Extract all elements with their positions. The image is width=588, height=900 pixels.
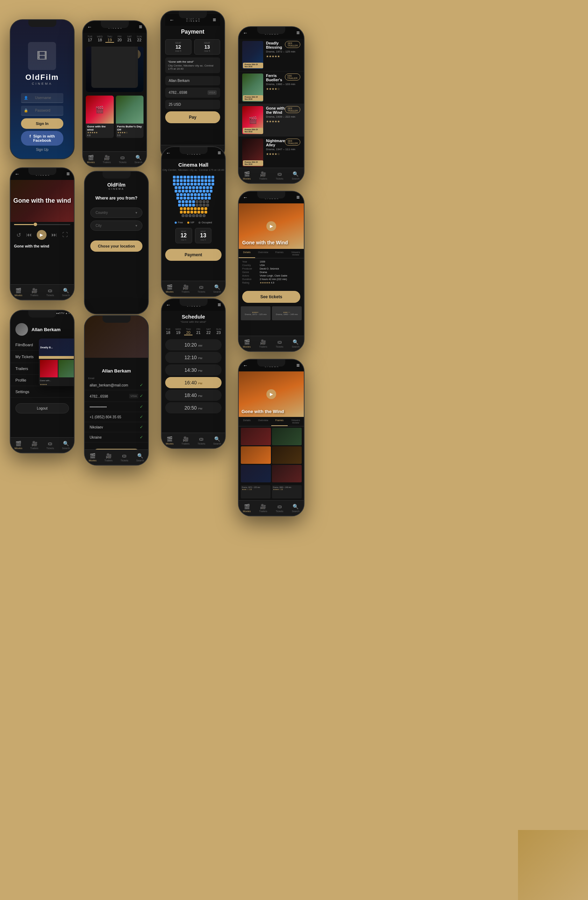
seat-dot[interactable] bbox=[189, 200, 191, 203]
seat-dot[interactable] bbox=[187, 211, 190, 214]
tab-wed[interactable]: WED 18 bbox=[96, 34, 104, 44]
nav-tickets[interactable]: 🎟Tickets bbox=[198, 284, 205, 293]
nav-trailers[interactable]: 🎥Trailers bbox=[259, 171, 267, 180]
skip-back-button[interactable]: ⏮ bbox=[26, 232, 32, 238]
nav-tickets[interactable]: 🎟Tickets bbox=[276, 171, 284, 180]
seat-dot[interactable] bbox=[208, 179, 211, 182]
seat-dot[interactable] bbox=[195, 186, 199, 189]
back-button[interactable]: ← bbox=[243, 363, 248, 368]
seat-dot[interactable] bbox=[209, 186, 213, 189]
nav-movies[interactable]: 🎬Movies bbox=[166, 284, 173, 293]
frame-4[interactable] bbox=[272, 446, 302, 464]
seat-dot[interactable] bbox=[189, 204, 191, 206]
seat-dot[interactable] bbox=[208, 183, 211, 186]
seat-dot[interactable] bbox=[203, 214, 205, 217]
list-item-nightmare[interactable]: Premier 20th Of Nov 2016 Nightmare Alley… bbox=[239, 137, 304, 169]
seat-dot[interactable] bbox=[201, 197, 204, 200]
tab-overview[interactable]: Overview bbox=[255, 249, 272, 258]
tab-viewers[interactable]: Viewers review bbox=[288, 249, 304, 258]
seat-dot[interactable] bbox=[183, 183, 186, 186]
seat-dot[interactable] bbox=[197, 176, 200, 178]
similar-2[interactable]: Drama, 1960 – 148 min ★★★★☆ 3.9 bbox=[272, 485, 302, 498]
seat-dot[interactable] bbox=[208, 197, 211, 200]
seat-dot[interactable] bbox=[197, 183, 200, 186]
see-trailer-button[interactable]: SEE TRAILER bbox=[285, 41, 300, 48]
seat-dot[interactable] bbox=[211, 176, 214, 178]
nav-tickets[interactable]: 🎟Tickets bbox=[198, 436, 205, 445]
back-button[interactable]: ← bbox=[243, 30, 248, 36]
seat-dot[interactable] bbox=[183, 207, 186, 210]
fullscreen-button[interactable]: ⛶ bbox=[62, 232, 68, 238]
rewind-button[interactable]: ↺ bbox=[17, 232, 21, 238]
seat-dot[interactable] bbox=[197, 197, 200, 200]
seat-dot[interactable] bbox=[194, 193, 197, 196]
tab-details[interactable]: Details bbox=[239, 417, 255, 426]
country-select[interactable]: Country ▾ bbox=[90, 208, 143, 218]
seat-dot[interactable] bbox=[192, 200, 195, 203]
skip-forward-button[interactable]: ⏭ bbox=[51, 232, 57, 238]
back-button[interactable]: ← bbox=[15, 171, 20, 177]
seat-dot[interactable] bbox=[205, 193, 207, 196]
seat-dot[interactable] bbox=[194, 176, 197, 178]
seat-dot[interactable] bbox=[187, 179, 190, 182]
frame-3[interactable] bbox=[241, 446, 271, 464]
seat-dot[interactable] bbox=[206, 186, 209, 189]
sched-tab-wed[interactable]: WED19 bbox=[174, 327, 183, 337]
seat-dot[interactable] bbox=[206, 200, 209, 203]
menu-button[interactable]: ≡ bbox=[139, 24, 142, 30]
progress-track[interactable] bbox=[14, 224, 70, 225]
seat-dot[interactable] bbox=[199, 186, 202, 189]
seat-dot[interactable] bbox=[180, 207, 183, 210]
seat-dot[interactable] bbox=[183, 211, 186, 214]
nav-search[interactable]: 🔍Search bbox=[292, 339, 299, 348]
nav-trailers[interactable]: 🎥Trailers bbox=[31, 288, 39, 296]
menu-button[interactable]: ≡ bbox=[218, 302, 221, 308]
seat-dot[interactable] bbox=[180, 193, 183, 196]
nav-tickets[interactable]: 🎟Tickets bbox=[276, 504, 284, 512]
menu-settings[interactable]: Settings bbox=[11, 386, 74, 398]
seat-dot[interactable] bbox=[201, 211, 204, 214]
seat-dot[interactable] bbox=[191, 197, 193, 200]
timeslot-1430[interactable]: 14:30 PM bbox=[165, 365, 222, 376]
nav-tickets[interactable]: 🎟 Tickets bbox=[119, 155, 127, 163]
nav-tickets[interactable]: 🎟Tickets bbox=[47, 441, 54, 450]
seat-dot[interactable] bbox=[182, 214, 185, 217]
seat-dot[interactable] bbox=[175, 190, 177, 192]
tab-frames[interactable]: Frames bbox=[271, 417, 288, 426]
seat-dot[interactable] bbox=[195, 214, 199, 217]
timeslot-2050[interactable]: 20:50 PM bbox=[165, 402, 222, 413]
nav-tickets[interactable]: 🎟Tickets bbox=[47, 288, 54, 296]
seat-dot[interactable] bbox=[182, 186, 185, 189]
tab-tue[interactable]: TUE 17 bbox=[86, 34, 94, 44]
nav-movies[interactable]: 🎬Movies bbox=[14, 441, 22, 450]
timeslot-1640[interactable]: 16:40 PM bbox=[165, 377, 222, 388]
seat-dot[interactable] bbox=[178, 186, 181, 189]
seat-dot[interactable] bbox=[199, 214, 202, 217]
seat-dot[interactable] bbox=[205, 211, 207, 214]
seat-dot[interactable] bbox=[178, 204, 181, 206]
nav-search[interactable]: 🔍Search bbox=[292, 504, 299, 512]
seat-dot[interactable] bbox=[197, 207, 200, 210]
menu-button[interactable]: ≡ bbox=[67, 171, 70, 177]
seat-dot[interactable] bbox=[199, 190, 202, 192]
seat-dot[interactable] bbox=[203, 190, 205, 192]
seat-dot[interactable] bbox=[201, 193, 204, 196]
similar-movie-2[interactable]: ★★★☆☆ Drama, 1960 – 148 min bbox=[272, 306, 302, 320]
nav-movies[interactable]: 🎬Movies bbox=[88, 453, 96, 462]
seat-dot[interactable] bbox=[176, 197, 179, 200]
facebook-signin-button[interactable]: f Sign in with Facebook bbox=[21, 131, 64, 146]
tab-viewers[interactable]: Viewers review bbox=[288, 417, 304, 426]
seat-dot[interactable] bbox=[182, 190, 185, 192]
sched-tab-thu[interactable]: THU20 bbox=[184, 327, 193, 337]
seat-dot[interactable] bbox=[185, 186, 188, 189]
seat-dot[interactable] bbox=[197, 179, 200, 182]
payment-button[interactable]: Payment bbox=[165, 249, 222, 261]
seat-dot[interactable] bbox=[185, 200, 188, 203]
see-trailer-button-4[interactable]: SEE TRAILER bbox=[285, 139, 300, 146]
seat-dot[interactable] bbox=[203, 200, 205, 203]
seat-dot[interactable] bbox=[194, 207, 197, 210]
seat-dot[interactable] bbox=[191, 211, 193, 214]
seat-dot[interactable] bbox=[199, 204, 202, 206]
nav-search[interactable]: 🔍Search bbox=[62, 441, 70, 450]
tab-sat[interactable]: SAT 21 bbox=[125, 34, 134, 44]
